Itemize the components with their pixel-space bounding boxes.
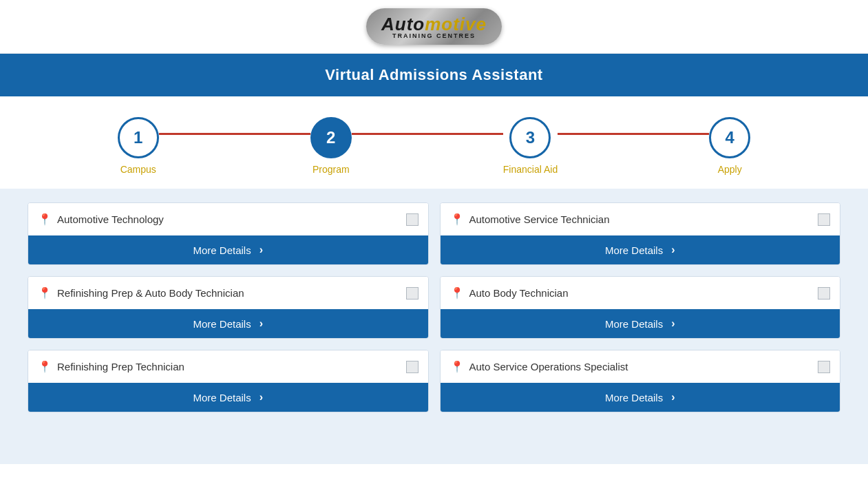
step-3-label: Financial Aid [503, 164, 558, 175]
connector-2-3 [352, 133, 503, 135]
program-card-header-refinishing-prep-auto-body: 📍 Refinishing Prep & Auto Body Technicia… [28, 277, 428, 309]
more-details-label-refinishing-prep-auto-body: More Details [193, 318, 251, 330]
chevron-icon-refinishing-prep-technician: › [260, 391, 263, 403]
chevron-icon-automotive-service-technician: › [671, 244, 675, 256]
program-card-auto-body-technician: 📍 Auto Body Technician More Details › [440, 276, 841, 339]
program-card-header-automotive-technology: 📍 Automotive Technology [28, 203, 428, 235]
step-3-circle: 3 [509, 117, 551, 158]
program-card-left-automotive-service-technician: 📍 Automotive Service Technician [450, 213, 610, 226]
more-details-label-automotive-technology: More Details [193, 244, 251, 256]
programs-grid: 📍 Automotive Technology More Details › 📍… [28, 202, 840, 412]
step-2[interactable]: 2 Program [310, 117, 352, 175]
program-name-refinishing-prep-auto-body: Refinishing Prep & Auto Body Technician [57, 287, 244, 299]
more-details-label-refinishing-prep-technician: More Details [193, 392, 251, 403]
program-card-refinishing-prep-auto-body: 📍 Refinishing Prep & Auto Body Technicia… [28, 276, 429, 339]
program-name-auto-service-operations-specialist: Auto Service Operations Specialist [469, 361, 628, 372]
chevron-icon-auto-body-technician: › [671, 317, 675, 330]
more-details-button-refinishing-prep-technician[interactable]: More Details › [28, 383, 428, 412]
program-card-header-automotive-service-technician: 📍 Automotive Service Technician [441, 203, 840, 235]
step-2-circle: 2 [310, 117, 352, 158]
step-4-circle: 4 [709, 117, 750, 158]
program-card-left-refinishing-prep-technician: 📍 Refinishing Prep Technician [38, 360, 184, 373]
programs-section: 📍 Automotive Technology More Details › 📍… [0, 189, 868, 464]
more-details-button-automotive-technology[interactable]: More Details › [28, 235, 428, 264]
logo-text-auto: Auto [381, 14, 425, 34]
program-card-left-auto-service-operations-specialist: 📍 Auto Service Operations Specialist [450, 360, 628, 373]
step-1[interactable]: 1 Campus [118, 117, 159, 175]
program-checkbox-auto-service-operations-specialist[interactable] [818, 361, 830, 373]
program-name-automotive-technology: Automotive Technology [57, 213, 164, 225]
program-card-left-automotive-technology: 📍 Automotive Technology [38, 213, 164, 226]
step-4-label: Apply [718, 164, 742, 175]
connector-3-4 [558, 133, 709, 135]
pin-icon-automotive-service-technician: 📍 [450, 213, 464, 226]
logo-sub: TRAINING CENTRES [381, 32, 487, 39]
program-name-automotive-service-technician: Automotive Service Technician [469, 213, 610, 225]
more-details-button-automotive-service-technician[interactable]: More Details › [441, 235, 840, 264]
more-details-button-refinishing-prep-auto-body[interactable]: More Details › [28, 309, 428, 338]
program-checkbox-refinishing-prep-technician[interactable] [406, 361, 419, 373]
step-1-circle: 1 [118, 117, 159, 158]
program-checkbox-automotive-technology[interactable] [406, 213, 419, 226]
pin-icon-automotive-technology: 📍 [38, 213, 52, 226]
program-card-header-auto-service-operations-specialist: 📍 Auto Service Operations Specialist [441, 350, 840, 383]
chevron-icon-refinishing-prep-auto-body: › [260, 317, 263, 330]
stepper-inner: 1 Campus 2 Program 3 Financial Aid 4 [118, 117, 750, 175]
chevron-icon-automotive-technology: › [260, 244, 263, 256]
connector-1-2 [159, 133, 310, 135]
logo: Automotive TRAINING CENTRES [366, 8, 502, 45]
pin-icon-auto-service-operations-specialist: 📍 [450, 360, 464, 373]
program-card-left-refinishing-prep-auto-body: 📍 Refinishing Prep & Auto Body Technicia… [38, 286, 244, 300]
program-card-header-refinishing-prep-technician: 📍 Refinishing Prep Technician [28, 350, 428, 383]
program-name-auto-body-technician: Auto Body Technician [469, 287, 569, 299]
page-banner: Virtual Admissions Assistant [0, 54, 868, 96]
step-4[interactable]: 4 Apply [709, 117, 750, 175]
more-details-label-auto-body-technician: More Details [605, 318, 663, 330]
program-checkbox-refinishing-prep-auto-body[interactable] [406, 287, 419, 300]
program-checkbox-auto-body-technician[interactable] [818, 287, 830, 300]
logo-text-motive: motive [425, 14, 487, 34]
program-card-automotive-technology: 📍 Automotive Technology More Details › [28, 202, 429, 265]
program-card-left-auto-body-technician: 📍 Auto Body Technician [450, 286, 569, 300]
program-card-header-auto-body-technician: 📍 Auto Body Technician [441, 277, 840, 309]
banner-title: Virtual Admissions Assistant [325, 66, 542, 83]
stepper: 1 Campus 2 Program 3 Financial Aid 4 [0, 96, 868, 189]
header: Automotive TRAINING CENTRES [0, 0, 868, 54]
chevron-icon-auto-service-operations-specialist: › [671, 391, 675, 403]
program-card-automotive-service-technician: 📍 Automotive Service Technician More Det… [440, 202, 841, 265]
more-details-label-auto-service-operations-specialist: More Details [605, 392, 663, 403]
more-details-label-automotive-service-technician: More Details [605, 244, 663, 256]
pin-icon-refinishing-prep-auto-body: 📍 [38, 286, 52, 300]
step-1-label: Campus [120, 164, 156, 175]
program-card-auto-service-operations-specialist: 📍 Auto Service Operations Specialist Mor… [440, 350, 841, 412]
program-card-refinishing-prep-technician: 📍 Refinishing Prep Technician More Detai… [28, 350, 429, 412]
pin-icon-refinishing-prep-technician: 📍 [38, 360, 52, 373]
more-details-button-auto-body-technician[interactable]: More Details › [441, 309, 840, 338]
pin-icon-auto-body-technician: 📍 [450, 286, 464, 300]
program-name-refinishing-prep-technician: Refinishing Prep Technician [57, 361, 184, 372]
step-3[interactable]: 3 Financial Aid [503, 117, 558, 175]
more-details-button-auto-service-operations-specialist[interactable]: More Details › [441, 383, 840, 412]
program-checkbox-automotive-service-technician[interactable] [818, 213, 830, 226]
step-2-label: Program [313, 164, 350, 175]
